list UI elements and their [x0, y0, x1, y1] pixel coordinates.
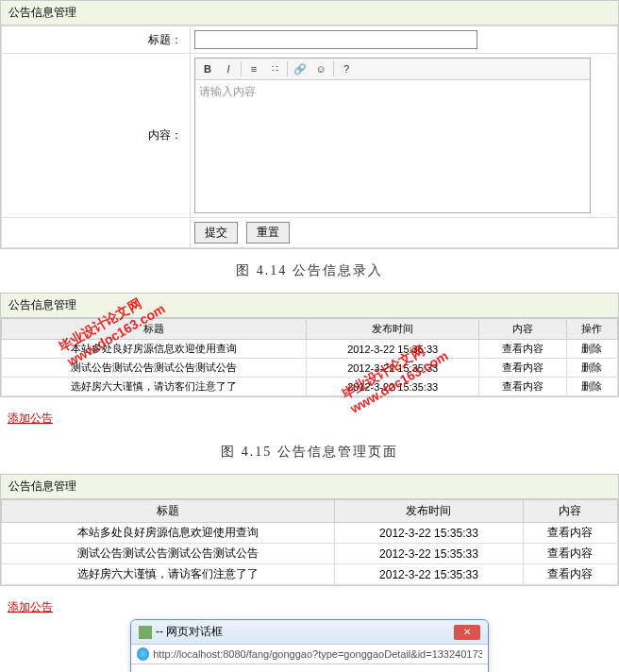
dialog-icon [139, 626, 152, 639]
bold-icon[interactable]: B [199, 60, 216, 77]
web-dialog: -- 网页对话框 ✕ http://localhost:8080/fang/go… [130, 619, 489, 672]
add-announcement-link[interactable]: 添加公告 [0, 407, 60, 430]
col-content: 内容 [523, 500, 617, 523]
table-row: 选好房六大谨慎，请访客们注意了了 2012-3-22 15:35:33 查看内容… [2, 378, 618, 396]
dialog-titlebar: -- 网页对话框 ✕ [131, 620, 488, 645]
help-icon[interactable]: ? [338, 60, 355, 77]
emoji-icon[interactable]: ☺ [312, 60, 329, 77]
view-content-link[interactable]: 查看内容 [523, 523, 617, 544]
col-op: 操作 [566, 319, 617, 340]
figure-caption: 图 4.15 公告信息管理页面 [0, 444, 619, 461]
link-icon[interactable]: 🔗 [292, 60, 309, 77]
view-content-link[interactable]: 查看内容 [479, 378, 567, 396]
col-content: 内容 [479, 319, 567, 340]
announcement-list-panel: 公告信息管理 标题 发布时间 内容 操作 本站多处良好房源信息欢迎使用查询 20… [0, 293, 619, 397]
col-title: 标题 [2, 319, 307, 340]
title-input[interactable] [194, 30, 477, 49]
view-content-link[interactable]: 查看内容 [479, 340, 567, 359]
rich-text-editor: B I ≡ ∷ 🔗 ☺ ? 请输入内容 [194, 58, 591, 213]
announcement-form-panel: 公告信息管理 标题： 内容： B I ≡ ∷ [0, 0, 619, 249]
announcement-list-panel: 公告信息管理 标题 发布时间 内容 本站多处良好房源信息欢迎使用查询 2012-… [0, 474, 619, 586]
delete-link[interactable]: 删除 [566, 378, 617, 396]
panel-header: 公告信息管理 [1, 294, 618, 318]
editor-body[interactable]: 请输入内容 [195, 80, 590, 212]
ordered-list-icon[interactable]: ≡ [245, 60, 262, 77]
submit-button[interactable]: 提交 [194, 222, 238, 244]
dialog-body: 选好房六大谨慎，请访客们注意了了 [131, 664, 488, 672]
delete-link[interactable]: 删除 [566, 359, 617, 378]
dialog-url-bar: http://localhost:8080/fang/gonggao?type=… [131, 645, 488, 664]
table-row: 本站多处良好房源信息欢迎使用查询 2012-3-22 15:35:33 查看内容 [2, 523, 618, 544]
title-label: 标题： [2, 26, 191, 54]
toolbar-separator [333, 61, 334, 76]
toolbar-separator [241, 61, 242, 76]
toolbar-separator [287, 61, 288, 76]
editor-toolbar: B I ≡ ∷ 🔗 ☺ ? [195, 59, 590, 80]
panel-header: 公告信息管理 [1, 1, 618, 25]
data-table: 标题 发布时间 内容 本站多处良好房源信息欢迎使用查询 2012-3-22 15… [1, 499, 618, 585]
table-row: 测试公告测试公告测试公告测试公告 2012-3-22 15:35:33 查看内容 [2, 544, 618, 564]
close-icon[interactable]: ✕ [454, 625, 480, 640]
col-title: 标题 [2, 500, 335, 523]
form-table: 标题： 内容： B I ≡ ∷ 🔗 ☺ [1, 25, 618, 248]
view-content-link[interactable]: 查看内容 [479, 359, 567, 378]
figure-caption: 图 4.14 公告信息录入 [0, 262, 619, 279]
table-row: 本站多处良好房源信息欢迎使用查询 2012-3-22 15:35:33 查看内容… [2, 340, 618, 359]
dialog-title: -- 网页对话框 [156, 624, 223, 640]
add-announcement-link[interactable]: 添加公告 [0, 596, 60, 619]
ie-icon [137, 647, 149, 661]
view-content-link[interactable]: 查看内容 [523, 564, 617, 585]
data-table: 标题 发布时间 内容 操作 本站多处良好房源信息欢迎使用查询 2012-3-22… [1, 318, 618, 396]
table-row: 测试公告测试公告测试公告测试公告 2012-3-22 15:35:33 查看内容… [2, 359, 618, 378]
table-row: 选好房六大谨慎，请访客们注意了了 2012-3-22 15:35:33 查看内容 [2, 564, 618, 585]
col-time: 发布时间 [306, 319, 478, 340]
unordered-list-icon[interactable]: ∷ [266, 60, 283, 77]
col-time: 发布时间 [335, 500, 524, 523]
content-label: 内容： [2, 54, 191, 218]
view-content-link[interactable]: 查看内容 [523, 544, 617, 564]
dialog-url-text: http://localhost:8080/fang/gonggao?type=… [153, 648, 482, 660]
delete-link[interactable]: 删除 [566, 340, 617, 359]
panel-header: 公告信息管理 [1, 475, 618, 499]
reset-button[interactable]: 重置 [246, 222, 290, 244]
italic-icon[interactable]: I [220, 60, 237, 77]
